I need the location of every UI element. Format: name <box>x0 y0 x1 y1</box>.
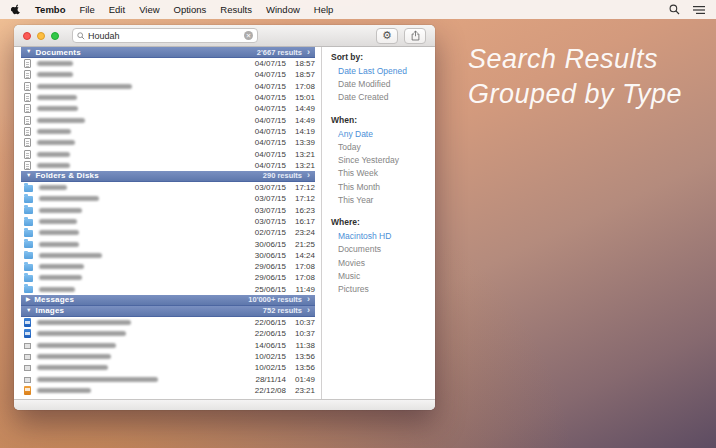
time-cell: 10:37 <box>286 329 315 338</box>
result-row[interactable]: 22/06/1510:37 <box>21 317 315 328</box>
section-header-images[interactable]: ▼Images752 results› <box>21 306 315 317</box>
sidebar-item-date-modified[interactable]: Date Modified <box>338 79 431 89</box>
redacted-file-name <box>39 264 84 269</box>
result-row[interactable]: 04/07/1513:21 <box>21 148 315 159</box>
result-row[interactable]: 03/07/1516:23 <box>21 205 315 216</box>
result-row[interactable]: 30/06/1521:25 <box>21 238 315 249</box>
share-button[interactable] <box>404 28 426 44</box>
sidebar-item-today[interactable]: Today <box>338 142 431 152</box>
clear-search-icon[interactable] <box>244 31 253 40</box>
section-header-messages[interactable]: ▶Messages10'000+ results› <box>21 295 315 306</box>
result-row[interactable]: 03/07/1517:12 <box>21 193 315 204</box>
result-row[interactable]: 10/02/1513:56 <box>21 351 315 362</box>
document-icon <box>24 138 31 147</box>
date-cell: 30/06/15 <box>246 240 286 249</box>
action-gear-button[interactable]: ⚙ <box>376 28 398 44</box>
result-row[interactable]: 04/07/1514:49 <box>21 103 315 114</box>
date-cell: 30/06/15 <box>246 251 286 260</box>
disclosure-triangle-icon[interactable]: ▼ <box>26 173 31 179</box>
sidebar-item-macintosh-hd[interactable]: Macintosh HD <box>338 231 431 241</box>
result-row[interactable]: 25/06/1511:49 <box>21 284 315 295</box>
disclosure-triangle-icon[interactable]: ▶ <box>26 297 30 303</box>
result-row[interactable]: 29/06/1517:08 <box>21 272 315 283</box>
date-cell: 25/06/15 <box>246 285 286 294</box>
apple-menu[interactable] <box>11 4 21 16</box>
document-icon <box>24 161 31 170</box>
redacted-file-name <box>37 95 77 100</box>
result-row[interactable]: 03/07/1517:12 <box>21 182 315 193</box>
folder-icon <box>24 196 33 203</box>
section-header-folders-disks[interactable]: ▼Folders & Disks290 results› <box>21 171 315 182</box>
sidebar-item-music[interactable]: Music <box>338 271 431 281</box>
result-row[interactable]: 04/07/1514:19 <box>21 126 315 137</box>
result-row[interactable]: 04/07/1518:57 <box>21 69 315 80</box>
folder-icon <box>24 252 33 259</box>
sidebar-item-date-created[interactable]: Date Created <box>338 92 431 102</box>
sidebar-item-any-date[interactable]: Any Date <box>338 129 431 139</box>
menu-item-edit[interactable]: Edit <box>109 4 125 15</box>
photo-icon <box>24 343 31 349</box>
redacted-file-name <box>37 354 111 359</box>
result-row[interactable]: 10/02/1513:56 <box>21 362 315 373</box>
result-row[interactable]: 22/12/0823:21 <box>21 385 315 396</box>
caption-line-2: Grouped by Type <box>468 77 682 112</box>
result-row[interactable]: 04/07/1514:49 <box>21 114 315 125</box>
time-cell: 17:12 <box>286 194 315 203</box>
close-button[interactable] <box>23 32 31 40</box>
zoom-button[interactable] <box>51 32 59 40</box>
chevron-right-icon[interactable]: › <box>307 306 310 315</box>
sidebar-item-documents[interactable]: Documents <box>338 244 431 254</box>
result-row[interactable]: 29/06/1517:08 <box>21 261 315 272</box>
menu-item-window[interactable]: Window <box>266 4 300 15</box>
minimize-button[interactable] <box>37 32 45 40</box>
result-row[interactable]: 14/06/1511:38 <box>21 340 315 351</box>
search-icon <box>77 32 85 40</box>
result-row[interactable]: 04/07/1518:57 <box>21 58 315 69</box>
sidebar-group-when: When:Any DateTodaySince YesterdayThis We… <box>331 115 431 205</box>
result-row[interactable]: 04/07/1513:39 <box>21 137 315 148</box>
section-header-documents[interactable]: ▼Documents2'667 results› <box>21 47 315 58</box>
chevron-right-icon[interactable]: › <box>307 48 310 57</box>
sidebar-item-date-last-opened[interactable]: Date Last Opened <box>338 66 431 76</box>
disclosure-triangle-icon[interactable]: ▼ <box>26 49 31 55</box>
sidebar-item-since-yesterday[interactable]: Since Yesterday <box>338 155 431 165</box>
time-cell: 17:08 <box>286 82 315 91</box>
time-cell: 21:25 <box>286 240 315 249</box>
menu-item-results[interactable]: Results <box>220 4 252 15</box>
disclosure-triangle-icon[interactable]: ▼ <box>26 308 31 314</box>
menu-item-tembo[interactable]: Tembo <box>35 4 65 15</box>
result-row[interactable]: 22/06/1510:37 <box>21 328 315 339</box>
result-row[interactable]: 04/07/1513:21 <box>21 160 315 171</box>
chevron-right-icon[interactable]: › <box>307 295 310 304</box>
marketing-caption: Search Results Grouped by Type <box>468 42 682 112</box>
sidebar-item-pictures[interactable]: Pictures <box>338 284 431 294</box>
time-cell: 13:21 <box>286 150 315 159</box>
sidebar-item-this-month[interactable]: This Month <box>338 182 431 192</box>
chevron-right-icon[interactable]: › <box>307 171 310 180</box>
sidebar-item-movies[interactable]: Movies <box>338 258 431 268</box>
sidebar-group-label: Where: <box>331 217 431 227</box>
result-row[interactable]: 30/06/1514:24 <box>21 250 315 261</box>
search-input[interactable] <box>88 31 244 41</box>
spotlight-search-icon[interactable] <box>669 4 680 15</box>
sidebar-group-label: Sort by: <box>331 52 431 62</box>
time-cell: 14:24 <box>286 251 315 260</box>
menu-item-view[interactable]: View <box>139 4 159 15</box>
result-row[interactable]: 04/07/1515:01 <box>21 92 315 103</box>
menu-item-file[interactable]: File <box>79 4 94 15</box>
folder-icon <box>24 207 33 214</box>
sidebar-item-this-year[interactable]: This Year <box>338 195 431 205</box>
menu-item-help[interactable]: Help <box>314 4 334 15</box>
result-row[interactable]: 04/07/1517:08 <box>21 81 315 92</box>
sidebar-item-this-week[interactable]: This Week <box>338 168 431 178</box>
menu-item-options[interactable]: Options <box>174 4 207 15</box>
redacted-file-name <box>37 365 108 370</box>
result-row[interactable]: 02/07/1523:24 <box>21 227 315 238</box>
result-row[interactable]: 28/11/1401:49 <box>21 373 315 384</box>
time-cell: 14:19 <box>286 127 315 136</box>
search-field[interactable] <box>72 28 258 43</box>
window-title-bar[interactable]: ⚙ <box>14 25 435 47</box>
date-cell: 29/06/15 <box>246 273 286 282</box>
result-row[interactable]: 03/07/1516:17 <box>21 216 315 227</box>
notification-center-icon[interactable] <box>693 5 705 15</box>
